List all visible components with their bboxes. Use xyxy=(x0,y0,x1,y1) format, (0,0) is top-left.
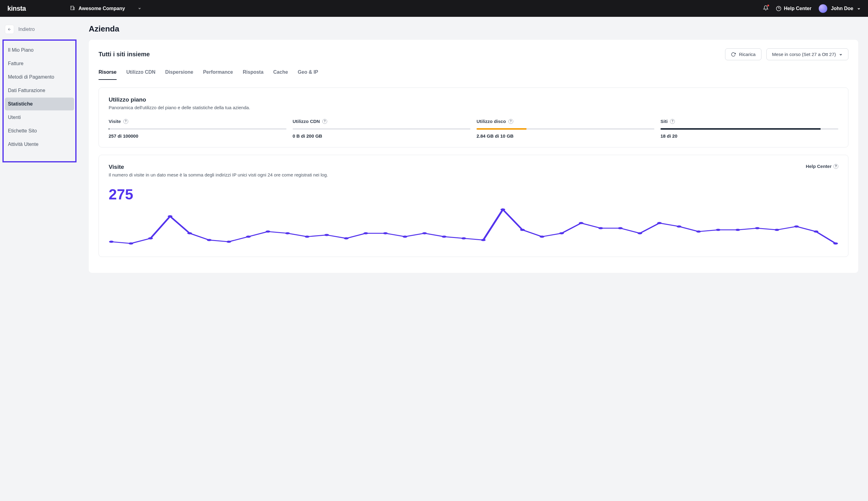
help-icon: ? xyxy=(834,164,838,169)
svg-point-39 xyxy=(735,229,740,231)
tab-4[interactable]: Risposta xyxy=(243,67,263,80)
svg-point-19 xyxy=(344,237,348,239)
reload-button[interactable]: Ricarica xyxy=(725,48,761,60)
svg-point-12 xyxy=(207,239,211,241)
sidebar-item-5[interactable]: Utenti xyxy=(5,111,74,124)
help-center-link[interactable]: Help Center xyxy=(776,6,812,11)
svg-point-41 xyxy=(775,229,779,231)
visits-subtitle: Il numero di visite in un dato mese è la… xyxy=(109,172,838,178)
svg-point-44 xyxy=(833,242,838,244)
stat-0: Visite?257 di 100000 xyxy=(109,119,286,139)
tabs: RisorseUtilizzo CDNDispersionePerformanc… xyxy=(98,67,848,80)
stat-label: Visite? xyxy=(109,119,286,124)
svg-point-20 xyxy=(364,232,368,234)
date-range-button[interactable]: Mese in corso (Set 27 a Ott 27) xyxy=(766,48,848,60)
visits-title: Visite xyxy=(109,164,124,170)
svg-point-11 xyxy=(187,232,192,234)
help-icon[interactable]: ? xyxy=(670,119,675,124)
avatar xyxy=(819,4,827,13)
help-icon[interactable]: ? xyxy=(123,119,128,124)
svg-point-28 xyxy=(520,229,525,231)
stat-value: 18 di 20 xyxy=(660,134,838,139)
tab-2[interactable]: Dispersione xyxy=(165,67,194,80)
sidebar-item-6[interactable]: Etichette Sito xyxy=(5,125,74,137)
overview-card: Tutti i siti insieme Ricarica Mese in co… xyxy=(89,40,858,273)
svg-point-32 xyxy=(598,227,603,230)
visits-help-link[interactable]: Help Center ? xyxy=(806,164,838,169)
svg-point-33 xyxy=(618,227,623,230)
svg-point-24 xyxy=(442,235,446,238)
svg-point-35 xyxy=(657,222,662,224)
help-icon[interactable]: ? xyxy=(322,119,327,124)
stat-1: Utilizzo CDN?0 B di 200 GB xyxy=(293,119,470,139)
svg-point-10 xyxy=(168,215,172,217)
progress-bar xyxy=(660,128,838,130)
tab-3[interactable]: Performance xyxy=(203,67,233,80)
stat-3: Siti?18 di 20 xyxy=(660,119,838,139)
svg-point-16 xyxy=(285,232,290,234)
visits-panel: Visite Help Center ? Il numero di visite… xyxy=(98,155,848,257)
back-label: Indietro xyxy=(18,26,34,32)
svg-point-40 xyxy=(755,227,760,230)
svg-point-26 xyxy=(481,239,485,241)
nav-highlight-box: Il Mio PianoFattureMetodi di PagamentoDa… xyxy=(2,40,76,162)
svg-point-36 xyxy=(677,225,681,227)
svg-point-29 xyxy=(540,235,544,238)
stat-value: 0 B di 200 GB xyxy=(293,134,470,139)
svg-point-27 xyxy=(500,209,505,211)
sidebar-item-2[interactable]: Metodi di Pagamento xyxy=(5,71,74,84)
sidebar-item-3[interactable]: Dati Fatturazione xyxy=(5,84,74,97)
svg-point-23 xyxy=(422,232,427,234)
stat-label: Siti? xyxy=(660,119,838,124)
chevron-down-icon xyxy=(138,6,142,11)
sidebar: Indietro Il Mio PianoFattureMetodi di Pa… xyxy=(0,17,79,288)
progress-bar xyxy=(477,128,655,130)
svg-rect-1 xyxy=(73,7,74,10)
help-icon xyxy=(776,6,781,11)
tab-0[interactable]: Risorse xyxy=(98,67,117,80)
notification-dot xyxy=(767,4,769,7)
tab-1[interactable]: Utilizzo CDN xyxy=(126,67,156,80)
svg-point-13 xyxy=(227,241,231,243)
progress-bar xyxy=(109,128,286,130)
svg-point-17 xyxy=(305,235,310,238)
user-menu[interactable]: John Doe xyxy=(819,4,861,13)
help-icon[interactable]: ? xyxy=(509,119,513,124)
sidebar-item-0[interactable]: Il Mio Piano xyxy=(5,44,74,56)
sidebar-item-4[interactable]: Statistiche xyxy=(5,98,74,110)
svg-point-7 xyxy=(109,241,114,243)
svg-point-18 xyxy=(324,234,329,236)
back-button[interactable] xyxy=(5,25,14,34)
svg-point-14 xyxy=(246,235,251,238)
stat-2: Utilizzo disco?2.84 GB di 10 GB xyxy=(477,119,655,139)
notifications-button[interactable] xyxy=(763,5,768,12)
company-selector[interactable]: Awesome Company xyxy=(70,6,142,12)
svg-point-43 xyxy=(814,231,818,233)
svg-point-21 xyxy=(383,232,387,234)
sidebar-item-7[interactable]: Attività Utente xyxy=(5,138,74,151)
svg-point-30 xyxy=(559,232,564,234)
company-name: Awesome Company xyxy=(79,6,125,11)
visits-chart xyxy=(109,208,838,248)
svg-point-31 xyxy=(579,222,583,224)
progress-bar xyxy=(293,128,470,130)
reload-icon xyxy=(731,52,736,57)
main-content: Azienda Tutti i siti insieme Ricarica Me… xyxy=(79,17,868,288)
svg-rect-0 xyxy=(71,6,73,10)
chevron-down-icon xyxy=(839,53,843,56)
tab-5[interactable]: Cache xyxy=(273,67,288,80)
svg-point-8 xyxy=(128,242,133,244)
svg-point-15 xyxy=(266,231,270,233)
sidebar-item-1[interactable]: Fatture xyxy=(5,57,74,70)
plan-usage-subtitle: Panoramica dell'utilizzo del piano e del… xyxy=(109,105,838,110)
svg-point-34 xyxy=(638,232,642,234)
stat-value: 2.84 GB di 10 GB xyxy=(477,134,655,139)
tab-6[interactable]: Geo & IP xyxy=(298,67,318,80)
chevron-down-icon xyxy=(857,7,861,10)
svg-point-22 xyxy=(402,235,407,238)
plan-usage-panel: Utilizzo piano Panoramica dell'utilizzo … xyxy=(98,87,848,147)
stat-label: Utilizzo disco? xyxy=(477,119,655,124)
svg-point-38 xyxy=(716,229,721,231)
stat-value: 257 di 100000 xyxy=(109,134,286,139)
page-title: Azienda xyxy=(89,24,858,34)
